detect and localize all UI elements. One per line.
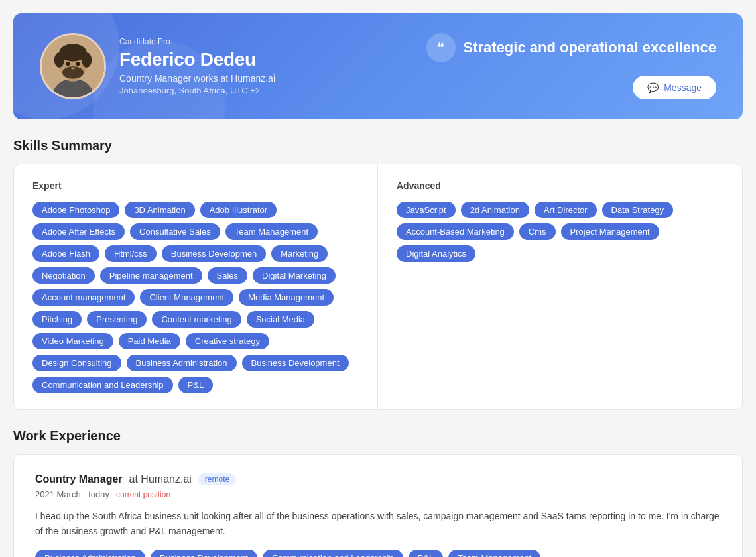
avatar: [40, 33, 106, 99]
skill-tag: Client Management: [140, 289, 233, 306]
svg-point-5: [54, 52, 64, 68]
skill-tag: Cms: [519, 223, 556, 240]
job-skill-tag: Communication and Leadership: [263, 550, 403, 557]
expert-label: Expert: [32, 180, 359, 191]
skill-tag: Media Management: [239, 289, 334, 306]
job-skill-tag: Business Development: [151, 550, 257, 557]
skill-tag: Adob Illustrator: [200, 202, 277, 218]
job-tags-container: Business AdministrationBusiness Developm…: [35, 550, 721, 557]
job-date-range: 2021 March - today: [35, 489, 109, 499]
skill-tag: Pipeline management: [100, 267, 202, 284]
profile-info: Candidate Pro Federico Dedeu Country Man…: [119, 37, 275, 95]
job-title: Country Manager: [35, 473, 123, 485]
skill-tag: 2d Animation: [461, 202, 529, 218]
skill-tag: Business Developmen: [162, 245, 266, 262]
advanced-label: Advanced: [397, 180, 724, 191]
expert-tags-container: Adobe Photoshop3D AnimationAdob Illustra…: [32, 202, 359, 393]
skill-tag: P&L: [178, 377, 214, 393]
job-header: Country Managerat Humanz.airemote: [35, 473, 721, 485]
skill-tag: Adobe Flash: [32, 245, 99, 262]
skill-tag: Business Administration: [127, 355, 237, 371]
page-wrapper: Candidate Pro Federico Dedeu Country Man…: [0, 0, 756, 557]
skill-tag: Consultative Sales: [130, 223, 220, 240]
skill-tag: JavaScript: [397, 202, 456, 218]
skills-expert-column: Expert Adobe Photoshop3D AnimationAdob I…: [14, 164, 378, 409]
skill-tag: Business Development: [242, 355, 349, 371]
skill-tag: Project Management: [561, 223, 659, 240]
skill-tag: 3D Animation: [125, 202, 194, 218]
candidate-pro-label: Candidate Pro: [119, 37, 275, 46]
message-button[interactable]: 💬 Message: [633, 76, 716, 99]
skill-tag: Account-Based Marketing: [397, 223, 514, 240]
skill-tag: Pitching: [32, 311, 82, 328]
skill-tag: Video Marketing: [32, 333, 113, 349]
job-description: I head up the South Africa business unit…: [35, 509, 721, 539]
skills-section-title: Skills Summary: [13, 138, 743, 153]
work-experience-section: Work Experience Country Managerat Humanz…: [13, 428, 743, 557]
job-skill-tag: Team Management: [448, 550, 540, 557]
skill-tag: Data Strategy: [602, 202, 674, 218]
skill-tag: Paid Media: [119, 333, 180, 349]
svg-point-10: [71, 67, 75, 70]
skill-tag: Sales: [208, 267, 248, 284]
skills-advanced-column: Advanced JavaScript2d AnimationArt Direc…: [378, 164, 742, 409]
skill-tag: Account management: [32, 289, 135, 306]
svg-point-6: [82, 52, 92, 68]
quote-icon: ❝: [426, 33, 456, 62]
job-company: at Humanz.ai: [129, 473, 192, 485]
skill-tag: Team Management: [225, 223, 318, 240]
skill-tag: Content marketing: [152, 311, 241, 328]
profile-banner: Candidate Pro Federico Dedeu Country Man…: [13, 13, 743, 119]
skills-grid: Expert Adobe Photoshop3D AnimationAdob I…: [13, 164, 743, 410]
skill-tag: Marketing: [271, 245, 328, 262]
skill-tag: Html/css: [105, 245, 157, 262]
skill-tag: Negotiation: [32, 267, 95, 284]
skill-tag: Digital Analytics: [397, 245, 475, 262]
job-dates: 2021 March - todaycurrent position: [35, 489, 721, 499]
current-position-badge: current position: [116, 490, 170, 499]
job-entry: Country Managerat Humanz.airemote2021 Ma…: [35, 473, 721, 557]
skill-tag: Communication and Leadership: [32, 377, 173, 393]
quote-block: ❝ Strategic and operational excellence: [426, 33, 716, 62]
profile-left: Candidate Pro Federico Dedeu Country Man…: [40, 33, 275, 99]
svg-point-9: [76, 62, 80, 66]
profile-title: Country Manager works at Humanz.ai: [119, 73, 275, 84]
skill-tag: Social Media: [247, 311, 314, 328]
profile-location: Johannesburg, South Africa, UTC +2: [119, 86, 275, 95]
profile-right: ❝ Strategic and operational excellence 💬…: [426, 33, 716, 99]
skill-tag: Adobe After Effects: [32, 223, 125, 240]
advanced-tags-container: JavaScript2d AnimationArt DirectorData S…: [397, 202, 724, 262]
job-skill-tag: P&L: [409, 550, 444, 557]
skill-tag: Art Director: [535, 202, 597, 218]
profile-name: Federico Dedeu: [119, 49, 275, 70]
skill-tag: Creative strategy: [186, 333, 269, 349]
skill-tag: Design Consulting: [32, 355, 121, 371]
quote-text: Strategic and operational excellence: [464, 39, 716, 56]
work-card: Country Managerat Humanz.airemote2021 Ma…: [13, 454, 743, 557]
skill-tag: Adobe Photoshop: [32, 202, 119, 218]
job-skill-tag: Business Administration: [35, 550, 145, 557]
message-button-label: Message: [664, 82, 702, 93]
message-icon: 💬: [647, 82, 659, 93]
job-remote-badge: remote: [198, 473, 236, 485]
skill-tag: Presenting: [87, 311, 147, 328]
work-experience-title: Work Experience: [13, 428, 743, 444]
skill-tag: Digital Marketing: [253, 267, 336, 284]
svg-point-8: [66, 62, 70, 66]
